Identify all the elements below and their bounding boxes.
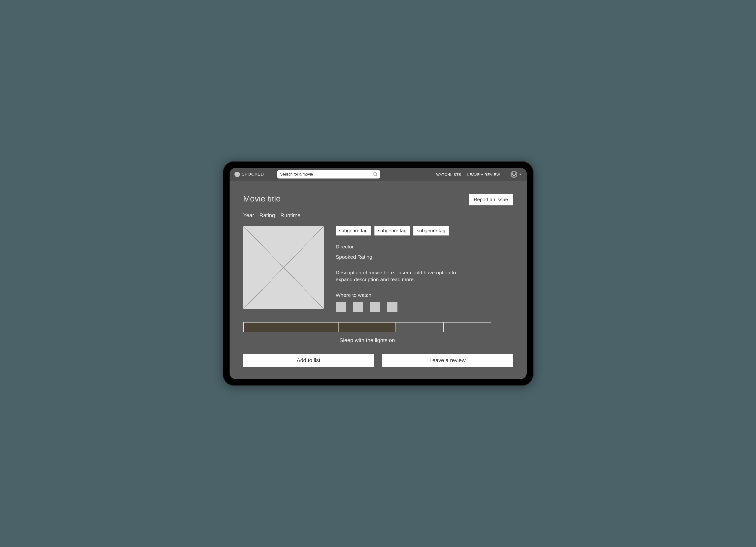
movie-description[interactable]: Description of movie here - user could h…	[336, 269, 463, 283]
page-content: Movie title Report an issue Year Rating …	[230, 181, 527, 379]
meta-runtime: Runtime	[280, 212, 301, 219]
scare-segment	[396, 322, 444, 332]
spooked-rating-label: Spooked Rating	[336, 254, 513, 260]
director-label: Director	[336, 244, 513, 250]
svg-line-1	[376, 175, 377, 176]
scare-meter	[243, 322, 491, 332]
account-menu[interactable]	[511, 171, 522, 178]
meta-year: Year	[243, 212, 254, 219]
where-to-watch-row	[336, 302, 513, 312]
leave-review-button[interactable]: Leave a review	[382, 354, 513, 367]
nav-watchlists[interactable]: WATCHLISTS	[436, 172, 461, 177]
watch-provider[interactable]	[370, 302, 380, 312]
watch-provider[interactable]	[353, 302, 363, 312]
scare-segment	[291, 322, 339, 332]
search-input[interactable]	[280, 172, 373, 177]
add-to-list-button[interactable]: Add to list	[243, 354, 374, 367]
chevron-down-icon	[519, 174, 522, 175]
brand[interactable]: SPOOKED	[234, 172, 264, 177]
subgenre-tags: subgenre tag subgenre tag subgenre tag	[336, 226, 513, 236]
report-issue-button[interactable]: Report an issue	[469, 194, 513, 206]
poster-placeholder	[243, 226, 324, 309]
search-field[interactable]	[277, 170, 380, 179]
subgenre-tag[interactable]: subgenre tag	[336, 226, 371, 236]
page-title: Movie title	[243, 194, 281, 204]
subgenre-tag[interactable]: subgenre tag	[413, 226, 449, 236]
top-nav: SPOOKED WATCHLISTS LEAVE A REVIEW	[230, 168, 527, 181]
meta-rating: Rating	[259, 212, 275, 219]
svg-point-0	[373, 173, 376, 176]
where-to-watch-label: Where to watch	[336, 292, 513, 298]
brand-name: SPOOKED	[242, 172, 264, 177]
tablet-frame: SPOOKED WATCHLISTS LEAVE A REVIEW	[223, 161, 534, 386]
nav-leave-review[interactable]: LEAVE A REVIEW	[467, 172, 500, 177]
scare-segment	[444, 322, 491, 332]
subgenre-tag[interactable]: subgenre tag	[374, 226, 410, 236]
watch-provider[interactable]	[336, 302, 346, 312]
scare-segment	[339, 322, 396, 332]
app-screen: SPOOKED WATCHLISTS LEAVE A REVIEW	[230, 168, 527, 379]
search-icon[interactable]	[373, 172, 378, 177]
scare-caption: Sleep with the lights on	[243, 337, 491, 343]
avatar-icon	[511, 171, 517, 178]
scare-segment	[244, 322, 291, 332]
watch-provider[interactable]	[387, 302, 397, 312]
movie-meta: Year Rating Runtime	[243, 212, 513, 219]
sensitive-content-heading: Sensitive content	[243, 379, 513, 379]
logo-icon	[234, 172, 240, 177]
